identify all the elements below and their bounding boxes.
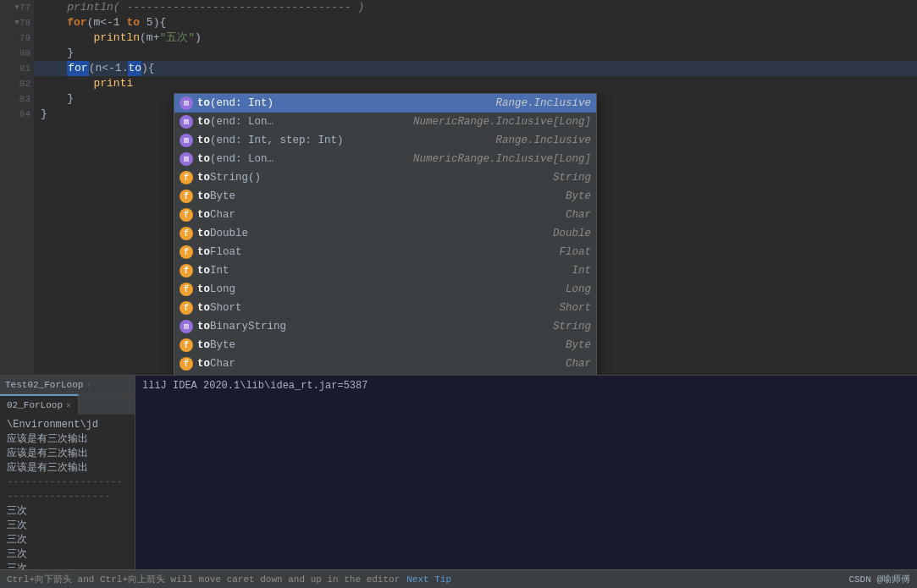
tab-close-button[interactable]: ✕ (66, 400, 71, 410)
autocomplete-item-11[interactable]: ftoShortShort (174, 299, 596, 317)
autocomplete-item-6[interactable]: ftoCharChar (174, 206, 596, 224)
console-line-5: 三次 (7, 504, 128, 519)
gutter-line-83: 83 (0, 91, 34, 107)
ac-name-3: to(end: Lon… (197, 153, 384, 165)
ac-icon-1: m (180, 115, 193, 129)
next-tip-link[interactable]: Next Tip (406, 574, 451, 585)
ac-name-8: toFloat (197, 246, 384, 258)
keyword-to-highlighted: to (128, 61, 141, 76)
console-line-3: 应该是有三次输出 (7, 461, 128, 475)
ac-name-2: to(end: Int, step: Int) (197, 135, 384, 146)
status-left: Ctrl+向下箭头 and Ctrl+向上箭头 will move caret … (7, 573, 451, 585)
autocomplete-item-7[interactable]: ftoDoubleDouble (174, 224, 596, 243)
gutter-line-80: 80 (0, 46, 34, 61)
autocomplete-item-0[interactable]: mto(end: Int)Range.Inclusive (174, 94, 596, 113)
ac-name-12: toBinaryString (197, 321, 384, 332)
ac-type-9: Int (572, 265, 591, 277)
ac-icon-4: f (180, 171, 193, 184)
autocomplete-item-15[interactable]: ftoDegreesFloat (174, 373, 596, 375)
console-line-8: 三次 (7, 547, 128, 562)
ac-type-11: Short (559, 302, 591, 314)
gutter-line-77: ▼77 (0, 0, 34, 15)
ac-icon-13: f (180, 338, 193, 352)
ac-name-5: toByte (197, 190, 384, 202)
autocomplete-item-8[interactable]: ftoFloatFloat (174, 243, 596, 261)
status-right: CSDN @喻师傅 (848, 573, 910, 585)
autocomplete-item-13[interactable]: ftoByteByte (174, 336, 596, 354)
main-area: ▼77 ▼78 79 80 81 82 83 84 println( -----… (0, 0, 917, 375)
console-line-9: 三次 (7, 562, 128, 569)
code-indent3 (41, 61, 67, 76)
autocomplete-item-1[interactable]: mto(end: Lon…NumericRange.Inclusive[Long… (174, 113, 596, 131)
right-panel: lliJ IDEA 2020.1\lib\idea_rt.jar=5387 (135, 376, 917, 569)
breadcrumb-separator: › (86, 380, 91, 390)
ac-name-4: toString() (197, 172, 384, 184)
watermark-text: CSDN @喻师傅 (848, 573, 910, 585)
code-indent (41, 15, 67, 30)
autocomplete-item-5[interactable]: ftoByteByte (174, 187, 596, 206)
ac-name-9: toInt (197, 265, 384, 277)
ac-icon-3: m (180, 152, 193, 166)
ac-icon-8: f (180, 245, 193, 259)
code-brace: } (41, 46, 74, 61)
autocomplete-item-14[interactable]: ftoCharChar (174, 354, 596, 373)
ac-icon-6: f (180, 208, 193, 222)
ac-icon-12: m (180, 320, 193, 333)
idea-path-text: lliJ IDEA 2020.1\lib\idea_rt.jar=5387 (142, 380, 367, 392)
console-line-7: 三次 (7, 533, 128, 547)
tab-02-forloop[interactable]: 02_ForLoop ✕ (0, 394, 79, 415)
ac-icon-10: f (180, 283, 193, 296)
tab-bar: 02_ForLoop ✕ (0, 394, 135, 415)
line-gutter: ▼77 ▼78 79 80 81 82 83 84 (0, 0, 34, 375)
autocomplete-dropdown[interactable]: mto(end: Int)Range.Inclusivemto(end: Lon… (174, 93, 597, 375)
ac-icon-7: f (180, 227, 193, 240)
console-line-2: 应该是有三次输出 (7, 447, 128, 461)
ac-name-6: toChar (197, 209, 384, 221)
keyword-for: for (67, 15, 86, 30)
tab-label: 02_ForLoop (7, 400, 63, 410)
code-indent4 (41, 76, 93, 91)
code-string: "五次" (159, 30, 195, 46)
ac-name-0: to(end: Int) (197, 97, 384, 109)
ac-name-13: toByte (197, 339, 384, 351)
code-printi: printi (93, 76, 133, 91)
gutter-line-84: 84 (0, 107, 34, 122)
code-line-80: } (34, 46, 917, 61)
autocomplete-item-2[interactable]: mto(end: Int, step: Int)Range.Inclusive (174, 131, 596, 150)
ac-name-10: toLong (197, 283, 384, 295)
ac-icon-2: m (180, 134, 193, 147)
autocomplete-item-10[interactable]: ftoLongLong (174, 280, 596, 299)
ac-type-0: Range.Inclusive (495, 97, 591, 109)
ac-type-7: Double (553, 228, 591, 239)
status-hint: Ctrl+向下箭头 and Ctrl+向上箭头 will move caret … (7, 573, 400, 585)
autocomplete-item-12[interactable]: mtoBinaryStringString (174, 317, 596, 336)
code-line-78: for(m<-1 to 5){ (34, 15, 917, 30)
code-brace2: ){ (141, 61, 155, 76)
code-println: println (93, 30, 140, 46)
ac-type-2: Range.Inclusive (495, 135, 591, 146)
gutter-line-81: 81 (0, 61, 34, 76)
console-line-4: ------------------------------------ (7, 475, 128, 504)
autocomplete-item-3[interactable]: mto(end: Lon…NumericRange.Inclusive[Long… (174, 150, 596, 168)
breadcrumb-bar: Test02_ForLoop › (0, 376, 135, 394)
code-editor[interactable]: println( -------------------------------… (34, 0, 917, 375)
ac-name-14: toChar (197, 358, 384, 370)
breadcrumb-text: Test02_ForLoop (5, 380, 83, 390)
ac-icon-0: m (180, 96, 193, 110)
ac-type-12: String (553, 321, 591, 332)
code-line-81: for(n<-1.to){ (34, 61, 917, 76)
console-line-6: 三次 (7, 519, 128, 533)
ac-type-4: String (553, 172, 591, 184)
console-output: \Environment\jd应该是有三次输出应该是有三次输出应该是有三次输出-… (0, 415, 135, 569)
code-comment: println( -------------------------------… (41, 0, 364, 15)
left-panel: Test02_ForLoop › 02_ForLoop ✕ \Environme… (0, 376, 135, 569)
ac-type-13: Byte (566, 339, 591, 351)
autocomplete-item-9[interactable]: ftoIntInt (174, 261, 596, 280)
ac-type-14: Char (566, 358, 591, 370)
ac-name-7: toDouble (197, 228, 384, 239)
code-paren-close: ) (195, 30, 202, 46)
status-bar: Ctrl+向下箭头 and Ctrl+向上箭头 will move caret … (0, 569, 917, 588)
code-final-brace: } (41, 107, 47, 122)
gutter-line-78: ▼78 (0, 15, 34, 30)
autocomplete-item-4[interactable]: ftoString()String (174, 168, 596, 187)
